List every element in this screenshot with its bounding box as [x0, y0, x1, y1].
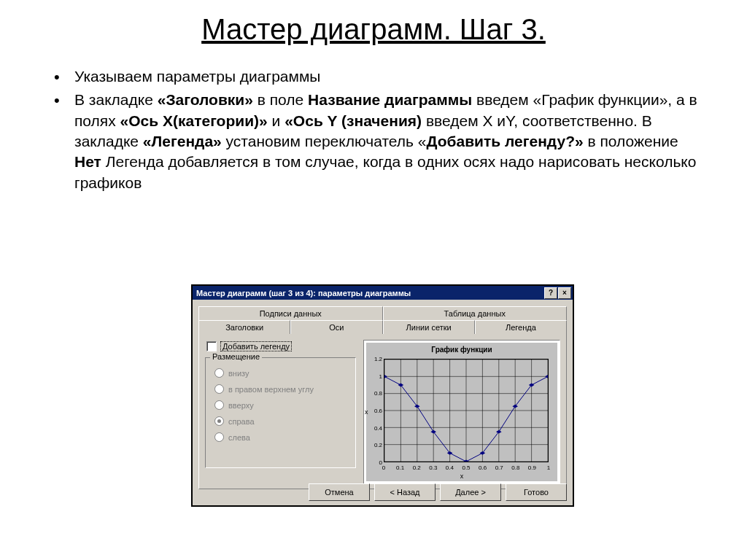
- chart-preview: График функции x 00.20.40.60.811.2 00.10…: [363, 340, 560, 484]
- tab-titles[interactable]: Заголовки: [198, 320, 290, 334]
- plot-area: [384, 359, 549, 462]
- add-legend-label: Добавить легенду: [220, 341, 292, 351]
- cancel-button[interactable]: Отмена: [309, 483, 370, 501]
- tab-data-labels[interactable]: Подписи данных: [198, 306, 383, 320]
- checkbox-icon: [206, 341, 217, 351]
- radio-corner[interactable]: в правом верхнем углу: [214, 384, 314, 394]
- tab-data-table[interactable]: Таблица данных: [383, 306, 568, 320]
- radio-right[interactable]: справа: [214, 416, 255, 426]
- svg-rect-21: [430, 430, 436, 434]
- finish-button[interactable]: Готово: [506, 483, 567, 501]
- dialog-titlebar: Мастер диаграмм (шаг 3 из 4): параметры …: [193, 286, 573, 300]
- tab-axes[interactable]: Оси: [290, 320, 382, 334]
- back-button[interactable]: < Назад: [374, 483, 436, 501]
- svg-rect-25: [496, 430, 502, 434]
- placement-group: Размещение внизу в правом верхнем углу в…: [205, 357, 356, 468]
- radio-bottom[interactable]: внизу: [214, 368, 249, 378]
- svg-rect-20: [414, 405, 420, 408]
- tab-gridlines[interactable]: Линии сетки: [383, 320, 475, 334]
- placement-caption: Размещение: [210, 352, 262, 361]
- tab-panel: Добавить легенду Размещение внизу в прав…: [198, 334, 567, 489]
- x-axis-label: x: [366, 472, 557, 480]
- radio-top[interactable]: вверху: [214, 400, 254, 410]
- y-axis-ticks: 00.20.40.60.811.2: [371, 359, 382, 462]
- wizard-dialog: Мастер диаграмм (шаг 3 из 4): параметры …: [191, 284, 574, 507]
- add-legend-checkbox[interactable]: Добавить легенду: [206, 341, 292, 351]
- svg-rect-26: [512, 405, 518, 408]
- help-button[interactable]: ?: [544, 287, 557, 299]
- bullet-1: Указываем параметры диаграммы: [50, 66, 703, 87]
- chart-title: График функции: [366, 343, 557, 354]
- bullet-2: В закладке «Заголовки» в поле Название д…: [50, 90, 703, 193]
- x-axis-ticks: 00.10.20.30.40.50.60.70.80.91: [384, 464, 549, 471]
- slide-title: Мастер диаграмм. Шаг 3.: [44, 13, 703, 46]
- tab-legend[interactable]: Легенда: [475, 320, 567, 334]
- dialog-title: Мастер диаграмм (шаг 3 из 4): параметры …: [196, 289, 543, 298]
- radio-left[interactable]: слева: [214, 432, 250, 442]
- close-button[interactable]: ×: [558, 287, 571, 299]
- y-axis-label: x: [365, 408, 368, 416]
- next-button[interactable]: Далее >: [440, 483, 501, 501]
